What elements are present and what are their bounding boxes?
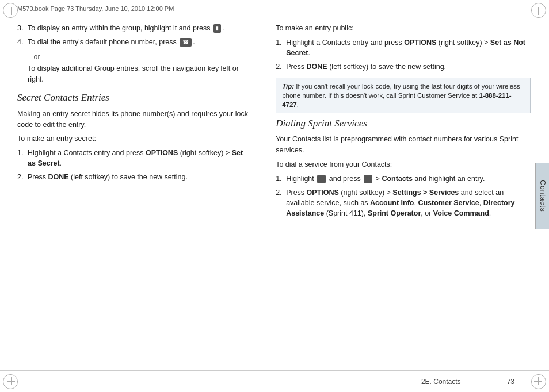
- scroll-note: To display additional Group entries, scr…: [28, 63, 252, 85]
- to-make-public-label: To make an entry public:: [276, 23, 531, 34]
- header-text: M570.book Page 73 Thursday, June 10, 201…: [17, 5, 174, 12]
- right-column: To make an entry public: 1. Highlight a …: [264, 17, 531, 369]
- nav-icon: [364, 175, 372, 183]
- page-header: M570.book Page 73 Thursday, June 10, 201…: [0, 0, 549, 17]
- enter-button-icon: ▮: [214, 24, 221, 33]
- to-make-secret-label: To make an entry secret:: [17, 133, 252, 144]
- tip-box: Tip: If you can't recall your lock code,…: [276, 78, 531, 113]
- public-steps-list: 1. Highlight a Contacts entry and press …: [276, 37, 531, 72]
- main-content: 3. To display an entry within the group,…: [17, 17, 531, 369]
- page-number: 73: [507, 378, 514, 386]
- secret-contacts-title: Secret Contacts Entries: [17, 92, 252, 106]
- page-footer: 2E. Contacts 73: [0, 370, 549, 392]
- dial-step-2: 2. Press OPTIONS (right softkey) > Setti…: [276, 187, 531, 218]
- left-column: 3. To display an entry within the group,…: [17, 17, 264, 369]
- group-steps-list: 3. To display an entry within the group,…: [17, 23, 252, 47]
- dial-steps-list: 1. Highlight and press > Contacts and hi…: [276, 174, 531, 219]
- public-step-2: 2. Press DONE (left softkey) to save the…: [276, 62, 531, 72]
- sidebar-contacts-tab: Contacts: [535, 163, 549, 229]
- secret-contacts-description: Making an entry secret hides its phone n…: [17, 109, 252, 130]
- list-item-3: 3. To display an entry within the group,…: [17, 23, 252, 33]
- tip-label: Tip:: [282, 83, 296, 90]
- dial-step-1: 1. Highlight and press > Contacts and hi…: [276, 174, 531, 184]
- public-step-1: 1. Highlight a Contacts entry and press …: [276, 37, 531, 58]
- footer-section: 2E. Contacts: [421, 378, 461, 386]
- home-icon: [317, 175, 326, 183]
- list-item-4: 4. To dial the entry's default phone num…: [17, 37, 252, 47]
- dial-sprint-description: Your Contacts list is preprogrammed with…: [276, 134, 531, 156]
- call-button-icon: ☎: [180, 38, 192, 47]
- or-divider: – or –: [28, 53, 252, 61]
- tip-phone-number: 1-888-211-4727: [282, 92, 512, 108]
- dial-sprint-title: Dialing Sprint Services: [276, 118, 531, 129]
- secret-step-2: 2. Press DONE (left softkey) to save the…: [17, 172, 252, 182]
- secret-steps-list: 1. Highlight a Contacts entry and press …: [17, 148, 252, 182]
- secret-step-1: 1. Highlight a Contacts entry and press …: [17, 148, 252, 168]
- to-dial-label: To dial a service from your Contacts:: [276, 159, 531, 170]
- tip-text: If you can't recall your lock code, try …: [282, 83, 520, 108]
